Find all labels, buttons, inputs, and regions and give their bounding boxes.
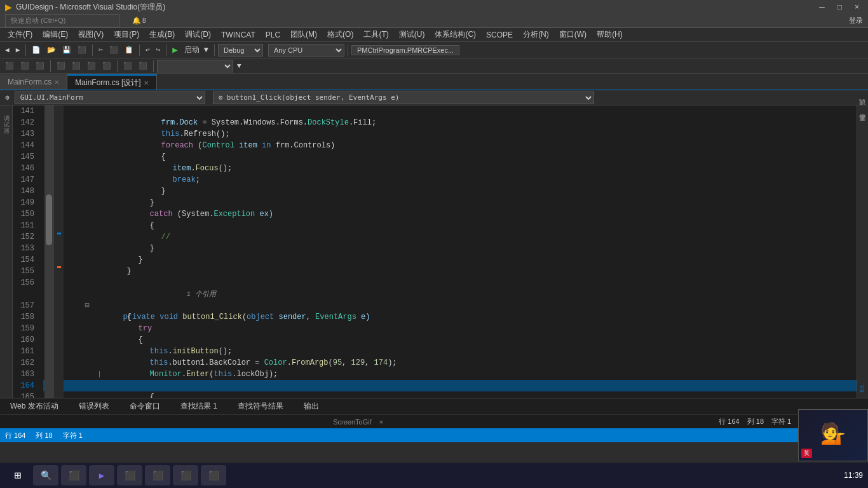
code-line-148: } [43,186,857,197]
menu-arch[interactable]: 体系结构(C) [430,28,481,41]
taskbar: ⊞ 🔍 ⬛ ▶ ⬛ ⬛ ⬛ ⬛ 11:39 [0,463,868,488]
close-button[interactable]: × [851,3,863,11]
menu-debug[interactable]: 调试(D) [180,28,216,41]
tb2-btn1[interactable]: ⬛ [3,60,17,71]
code-line-163: if (!formSwitchFlag) [43,369,857,380]
save-all-btn[interactable]: ⬛ [75,44,89,55]
error-list-tab[interactable]: 错误列表 [74,400,114,413]
code-line-146: break; [43,163,857,174]
tb2-btn3[interactable]: ⬛ [33,60,47,71]
menu-plc[interactable]: PLC [261,29,285,41]
cut-btn[interactable]: ✂ [96,44,105,55]
menu-test[interactable]: 测试(U) [394,28,430,41]
class-dropdown[interactable]: GUI.UI.MainForm [15,92,205,104]
tb2-btn6[interactable]: ⬛ [85,60,98,71]
platform-dropdown[interactable]: Any CPU [268,44,344,57]
run-button[interactable]: ▶ [170,44,180,55]
bottom-output-bar: Web 发布活动 错误列表 命令窗口 查找结果 1 查找符号结果 输出 [0,398,868,414]
tab-mainform-design[interactable]: MainForm.cs [设计] ✕ [67,74,156,90]
row-position: 行 164 [719,417,739,426]
menu-twincat[interactable]: TWINCAT [216,29,261,41]
screentogif-close[interactable]: × [379,418,383,426]
right-label-debug[interactable]: 调试 [857,105,869,116]
linenum-160: 160 [13,334,39,346]
taskbar-item5[interactable]: ⬛ [201,465,226,485]
scrollbar-thumb[interactable] [46,194,52,245]
command-window-tab[interactable]: 命令窗口 [125,400,165,413]
right-panel: 调试 诊断工具 65 [857,105,868,398]
tab-close-1[interactable]: ✕ [54,79,59,86]
menu-format[interactable]: 格式(O) [322,28,358,41]
forward-btn[interactable]: ▶ [13,44,23,55]
taskbar-item4[interactable]: ⬛ [173,465,198,485]
menu-tools[interactable]: 工具(T) [358,28,393,41]
find-results-tab[interactable]: 查找结果 1 [175,400,222,413]
tab-close-2[interactable]: ✕ [144,79,149,86]
open-btn[interactable]: 📂 [44,44,58,55]
copy-btn[interactable]: ⬛ [107,44,121,55]
code-editor[interactable]: 141 142 143 144 145 146 147 148 149 150 … [13,105,857,398]
linenum-159: 159 [13,323,39,334]
login-link[interactable]: 登录 [849,16,863,25]
menu-build[interactable]: 生成(B) [144,28,180,41]
maximize-button[interactable]: □ [834,3,846,11]
output-tab[interactable]: 输出 [299,400,324,413]
right-label-diag[interactable]: 诊断工具 [857,121,869,131]
tb2-btn8[interactable]: ⬛ [121,60,135,71]
taskbar-search[interactable]: 🔍 [33,465,58,485]
menu-analyze[interactable]: 分析(N) [518,28,554,41]
sidebar-item-3[interactable]: 器 [1,121,11,126]
status-item-1: 行 164 [5,431,25,440]
linenum-164: 164 [13,380,39,391]
undo-btn[interactable]: ↩ [143,44,153,55]
menu-help[interactable]: 帮助(H) [592,28,628,41]
tb2-btn9[interactable]: ⬛ [136,60,150,71]
code-line-149: catch (System.Exception ex) [43,197,857,208]
taskbar-time: 11:39 [844,471,863,480]
tab-mainform-cs[interactable]: MainForm.cs ✕ [0,74,67,90]
find-symbol-tab[interactable]: 查找符号结果 [233,400,288,413]
menu-scope[interactable]: SCOPE [481,29,518,41]
back-btn[interactable]: ◀ [3,44,12,55]
style-dropdown[interactable] [157,60,233,72]
code-line-160: this.initButton(); [43,334,857,346]
target-process[interactable]: PMCtrlProgram.PMRCPExec... [351,45,459,55]
tb2-btn4[interactable]: ⬛ [54,60,68,71]
linenum-154: 154 [13,254,39,266]
linenum-151: 151 [13,220,39,231]
method-dropdown[interactable]: ⚙ button1_Click(object sender, EventArgs… [213,92,594,104]
run-label[interactable]: 启动 ▼ [182,44,211,55]
tb2-btn2[interactable]: ⬛ [18,60,32,71]
new-btn[interactable]: 📄 [29,44,43,55]
bell-icon[interactable]: 🔔 [132,17,141,25]
vertical-scrollbar[interactable] [44,105,53,398]
redo-btn[interactable]: ↪ [154,44,163,55]
taskbar-item2[interactable]: ⬛ [117,465,142,485]
linenum-144: 144 [13,140,39,151]
minimize-button[interactable]: ─ [815,3,829,11]
menu-project[interactable]: 项目(P) [109,28,144,41]
debug-config-dropdown[interactable]: Debug Release [218,44,263,57]
menu-view[interactable]: 视图(V) [73,28,109,41]
menu-window[interactable]: 窗口(W) [554,28,592,41]
code-content[interactable]: frm.Dock = System.Windows.Forms.DockStyl… [43,105,857,398]
web-publish-tab[interactable]: Web 发布活动 [5,400,64,413]
tb2-btn5[interactable]: ⬛ [69,60,83,71]
menu-team[interactable]: 团队(M) [285,28,322,41]
search-box[interactable]: 快速启动 (Ctrl+Q) [5,14,119,27]
sidebar-item-1[interactable]: 调 [1,108,11,113]
linenum-162: 162 [13,357,39,369]
taskbar-item3[interactable]: ⬛ [145,465,170,485]
taskbar-task-view[interactable]: ⬛ [61,465,86,485]
tb2-btn7[interactable]: ⬛ [100,60,114,71]
start-button[interactable]: ⊞ [5,465,31,485]
paste-btn[interactable]: 📋 [122,44,136,55]
left-sidebar: 调 试 器 [0,105,13,398]
linenum-143: 143 [13,128,39,140]
taskbar-vs[interactable]: ▶ [89,465,114,485]
save-btn[interactable]: 💾 [60,44,74,55]
menu-file[interactable]: 文件(F) [3,28,37,41]
tb2-dropdown-btn[interactable]: ▼ [234,61,244,71]
menu-edit[interactable]: 编辑(E) [37,28,73,41]
sidebar-item-2[interactable]: 试 [1,114,11,119]
